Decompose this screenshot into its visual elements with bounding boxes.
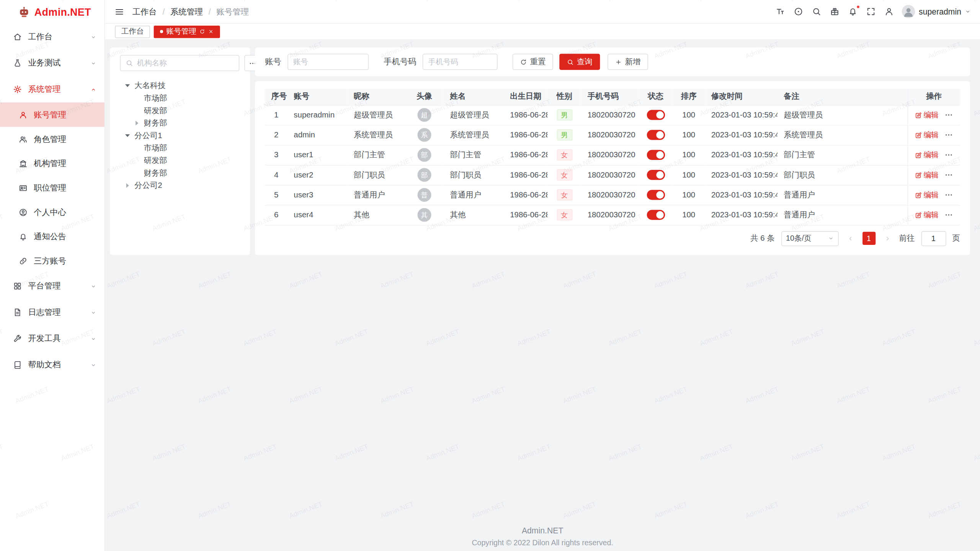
cell-account: admin <box>287 125 348 145</box>
more-actions-button[interactable] <box>944 171 953 179</box>
notification-button[interactable] <box>848 7 858 16</box>
edit-button[interactable]: 编辑 <box>915 110 939 121</box>
breadcrumb-item[interactable]: 系统管理 <box>170 6 203 17</box>
user-menu[interactable]: superadmin <box>902 5 970 18</box>
caret-spacer <box>132 106 141 115</box>
current-page[interactable]: 1 <box>862 232 875 245</box>
sidebar-item[interactable]: 业务测试 <box>0 50 105 77</box>
grid-icon <box>13 282 22 290</box>
tree-node[interactable]: 分公司1 <box>120 129 240 142</box>
page-size-select[interactable]: 10条/页 <box>781 231 838 246</box>
edit-label: 编辑 <box>924 170 939 180</box>
tree-node[interactable]: 分公司2 <box>120 179 240 192</box>
link-icon <box>19 256 28 265</box>
edit-button[interactable]: 编辑 <box>915 150 939 160</box>
edit-label: 编辑 <box>924 150 939 160</box>
status-toggle[interactable] <box>647 130 665 140</box>
tree-node[interactable]: 财务部 <box>120 167 240 179</box>
reset-button[interactable]: 重置 <box>513 54 553 70</box>
tree-node[interactable]: 市场部 <box>120 92 240 104</box>
sidebar-subitem[interactable]: 角色管理 <box>0 127 105 151</box>
sidebar-item[interactable]: 平台管理 <box>0 273 105 299</box>
skin-button[interactable] <box>830 7 839 16</box>
accounts-table: 序号账号昵称头像姓名出生日期性别手机号码状态排序修改时间备注操作 1supera… <box>265 89 960 225</box>
search-button[interactable]: 查询 <box>559 54 600 70</box>
theme-button[interactable] <box>794 7 803 16</box>
more-actions-button[interactable] <box>944 111 953 119</box>
cell-actions: 编辑 <box>908 105 960 125</box>
tree-node[interactable]: 大名科技 <box>120 79 240 92</box>
edit-button[interactable]: 编辑 <box>915 190 939 201</box>
tree-node-label: 分公司2 <box>133 180 162 191</box>
phone-input[interactable] <box>423 54 498 70</box>
edit-button[interactable]: 编辑 <box>915 210 939 220</box>
cell-remark: 普通用户 <box>777 205 908 225</box>
edit-button[interactable]: 编辑 <box>915 130 939 140</box>
cell-modified-time: 2023-01-03 10:59:44 <box>705 185 777 205</box>
add-button[interactable]: 新增 <box>608 54 648 70</box>
more-actions-button[interactable] <box>944 210 953 219</box>
org-search-input[interactable] <box>137 59 234 67</box>
sidebar-subitem[interactable]: 机构管理 <box>0 151 105 176</box>
more-actions-button[interactable] <box>944 150 953 159</box>
cell-modified-time: 2023-01-03 10:59:44 <box>705 105 777 125</box>
tree-node[interactable]: 市场部 <box>120 142 240 155</box>
tab-item[interactable]: 工作台 <box>115 25 150 38</box>
menu-toggle-button[interactable] <box>114 7 124 16</box>
goto-page-input[interactable] <box>921 231 946 246</box>
column-header: 姓名 <box>444 89 504 105</box>
sidebar-subitem[interactable]: 个人中心 <box>0 200 105 224</box>
logo[interactable]: Admin.NET <box>0 0 105 24</box>
cell-avatar: 超 <box>405 105 444 125</box>
status-toggle[interactable] <box>647 170 665 180</box>
cell-actions: 编辑 <box>908 125 960 145</box>
tree-node[interactable]: 财务部 <box>120 117 240 129</box>
sidebar-item-label: 通知公告 <box>34 231 66 242</box>
table-row: 3user1部门主管部部门主管1986-06-28女18020030720100… <box>265 145 960 165</box>
sidebar-item[interactable]: 系统管理 <box>0 76 105 103</box>
tree-node-label: 财务部 <box>142 168 167 178</box>
more-actions-button[interactable] <box>944 191 953 199</box>
tree-node[interactable]: 研发部 <box>120 104 240 117</box>
user-button[interactable] <box>884 7 893 16</box>
status-toggle[interactable] <box>647 110 665 120</box>
cell-actions: 编辑 <box>908 185 960 205</box>
sidebar-subitem[interactable]: 职位管理 <box>0 176 105 200</box>
fullscreen-button[interactable] <box>866 7 875 16</box>
sidebar-item[interactable]: 工作台 <box>0 24 105 50</box>
edit-button[interactable]: 编辑 <box>915 170 939 180</box>
close-icon[interactable] <box>208 29 214 34</box>
prev-page-button[interactable] <box>845 233 856 244</box>
font-size-button[interactable] <box>776 7 785 16</box>
sidebar-item-label: 账号管理 <box>34 109 66 120</box>
sidebar-item[interactable]: 开发工具 <box>0 326 105 352</box>
cell-name: 部门主管 <box>444 145 504 165</box>
breadcrumb-item[interactable]: 工作台 <box>132 6 157 17</box>
search-button[interactable] <box>812 7 821 16</box>
org-panel: 大名科技市场部研发部财务部分公司1市场部研发部财务部分公司2 <box>110 47 250 255</box>
more-actions-button[interactable] <box>944 130 953 139</box>
status-toggle[interactable] <box>647 210 665 220</box>
sidebar-menu: 工作台业务测试系统管理账号管理角色管理机构管理职位管理个人中心通知公告三方账号平… <box>0 24 105 551</box>
content: 大名科技市场部研发部财务部分公司1市场部研发部财务部分公司2 账号 手机号码 重… <box>105 40 980 551</box>
tree-node[interactable]: 研发部 <box>120 154 240 167</box>
status-toggle[interactable] <box>647 150 665 160</box>
sidebar-subitem[interactable]: 三方账号 <box>0 249 105 273</box>
cell-status <box>639 105 673 125</box>
tab-item[interactable]: 账号管理 <box>154 25 220 38</box>
refresh-icon[interactable] <box>199 29 205 34</box>
next-page-button[interactable] <box>882 233 893 244</box>
status-toggle[interactable] <box>647 190 665 200</box>
toggle-knob <box>656 111 663 119</box>
account-input[interactable] <box>287 54 369 70</box>
sidebar-subitem[interactable]: 通知公告 <box>0 224 105 249</box>
cell-phone: 18020030720 <box>581 145 639 165</box>
sidebar-subitem[interactable]: 账号管理 <box>0 103 105 127</box>
footer-title: Admin.NET <box>105 526 980 535</box>
sidebar-item[interactable]: 帮助文档 <box>0 352 105 378</box>
main-panel: 账号 手机号码 重置 查询 <box>255 47 970 255</box>
toggle-knob <box>656 131 663 139</box>
sidebar-item[interactable]: 日志管理 <box>0 299 105 326</box>
table-row: 2admin系统管理员系系统管理员1986-06-28男180200307201… <box>265 125 960 145</box>
breadcrumb-item[interactable]: 账号管理 <box>216 6 249 17</box>
